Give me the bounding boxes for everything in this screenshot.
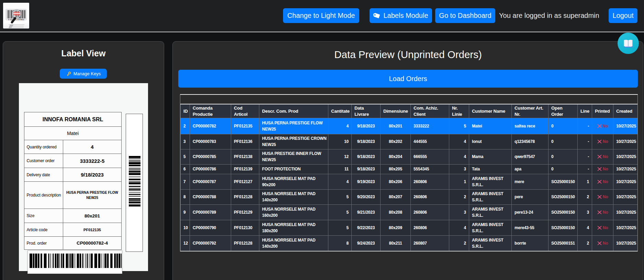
svg-text:9 323121 547863: 9 323121 547863 — [8, 19, 24, 21]
